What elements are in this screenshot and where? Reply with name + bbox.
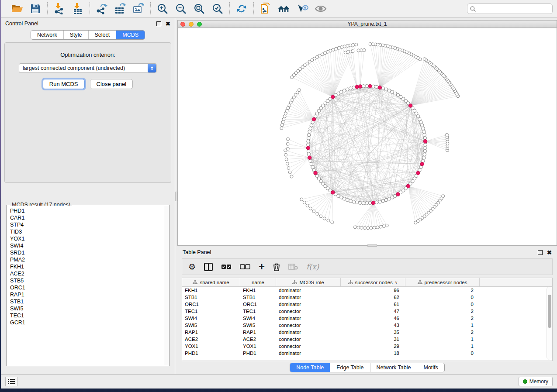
network-node[interactable]	[346, 88, 349, 91]
tab-select[interactable]: Select	[89, 31, 117, 39]
column-header-predecessor-nodes[interactable]: predecessor nodes	[405, 278, 480, 286]
zoom-in-icon[interactable]	[156, 3, 169, 15]
network-leaf-node[interactable]	[369, 42, 372, 45]
network-leaf-node[interactable]	[355, 43, 358, 46]
network-node[interactable]	[423, 137, 427, 140]
mcds-result-item[interactable]: FKH1	[10, 263, 164, 270]
float-panel-icon[interactable]	[538, 250, 543, 255]
network-leaf-node[interactable]	[353, 226, 356, 229]
network-hub-node[interactable]	[371, 201, 375, 205]
network-leaf-node[interactable]	[337, 46, 340, 49]
zoom-fit-icon[interactable]	[193, 3, 205, 15]
network-leaf-node[interactable]	[360, 226, 363, 229]
network-node[interactable]	[387, 89, 391, 93]
network-leaf-node[interactable]	[286, 142, 289, 145]
network-node[interactable]	[418, 117, 422, 121]
table-row[interactable]: PHD1PHD1dominator180	[182, 350, 547, 357]
network-node[interactable]	[307, 133, 311, 137]
network-leaf-node[interactable]	[423, 58, 426, 61]
delete-table-icon[interactable]	[288, 264, 298, 270]
network-leaf-node[interactable]	[312, 210, 315, 213]
mcds-result-item[interactable]: GCR1	[10, 319, 164, 326]
network-leaf-node[interactable]	[286, 162, 289, 165]
mcds-result-item[interactable]: STB5	[10, 277, 164, 284]
network-leaf-node[interactable]	[360, 49, 363, 52]
network-node[interactable]	[311, 165, 315, 169]
network-hub-node[interactable]	[308, 156, 311, 160]
network-leaf-node[interactable]	[363, 48, 366, 52]
network-leaf-node[interactable]	[349, 44, 352, 47]
network-node[interactable]	[307, 143, 310, 147]
network-hub-node[interactable]	[378, 86, 382, 89]
network-leaf-node[interactable]	[331, 221, 334, 224]
network-leaf-node[interactable]	[290, 175, 293, 178]
table-settings-gear-icon[interactable]: ⚙	[188, 263, 196, 271]
show-hide-panel-eye-icon[interactable]	[315, 3, 327, 15]
network-leaf-node[interactable]	[446, 133, 449, 136]
network-leaf-node[interactable]	[285, 109, 288, 112]
table-row[interactable]: ACE2ACE2connector311	[182, 336, 547, 343]
show-columns-icon[interactable]	[204, 263, 213, 271]
network-leaf-node[interactable]	[323, 217, 326, 220]
network-node[interactable]	[375, 85, 378, 89]
export-image-icon[interactable]	[132, 3, 145, 15]
network-node[interactable]	[362, 85, 365, 88]
network-leaf-node[interactable]	[367, 227, 370, 230]
mcds-result-item[interactable]: ORC1	[10, 284, 164, 291]
network-hub-node[interactable]	[406, 184, 410, 188]
network-leaf-node[interactable]	[319, 215, 322, 218]
network-node[interactable]	[365, 202, 369, 205]
show-hide-style-icon[interactable]	[296, 3, 308, 15]
mcds-result-item[interactable]: YOX1	[10, 235, 164, 242]
import-network-icon[interactable]	[53, 3, 66, 15]
network-leaf-node[interactable]	[280, 127, 283, 130]
network-leaf-node[interactable]	[283, 115, 286, 118]
network-leaf-node[interactable]	[287, 138, 290, 141]
table-row[interactable]: STB1STB1dominator620	[182, 294, 547, 301]
network-leaf-node[interactable]	[291, 76, 294, 79]
network-node[interactable]	[423, 150, 427, 153]
network-leaf-node[interactable]	[376, 226, 379, 229]
network-hub-node[interactable]	[408, 104, 412, 108]
network-node[interactable]	[365, 84, 369, 88]
network-hub-node[interactable]	[331, 95, 335, 99]
tab-edge-table[interactable]: Edge Table	[330, 363, 370, 372]
network-node[interactable]	[378, 200, 382, 203]
select-all-icon[interactable]	[221, 264, 232, 269]
mcds-result-item[interactable]: PHD1	[10, 207, 164, 214]
network-leaf-node[interactable]	[357, 49, 360, 52]
mcds-result-item[interactable]: SWI4	[10, 242, 164, 249]
delete-column-icon[interactable]	[273, 263, 280, 271]
table-row[interactable]: ORC1ORC1dominator610	[182, 301, 547, 308]
network-leaf-node[interactable]	[363, 227, 366, 230]
network-leaf-node[interactable]	[280, 124, 284, 127]
network-hub-node[interactable]	[314, 171, 318, 175]
function-builder-icon[interactable]: f(x)	[306, 262, 319, 271]
network-node[interactable]	[422, 130, 426, 134]
mcds-result-item[interactable]: ACE2	[10, 270, 164, 277]
table-row[interactable]: SWI5SWI5connector431	[182, 322, 547, 329]
network-hub-node[interactable]	[358, 85, 362, 89]
network-node[interactable]	[309, 127, 312, 130]
network-node[interactable]	[384, 88, 388, 91]
mcds-result-item[interactable]: STP4	[10, 221, 164, 228]
network-hub-node[interactable]	[368, 84, 372, 88]
import-table-icon[interactable]	[72, 3, 84, 15]
tab-mcds[interactable]: MCDS	[116, 31, 145, 39]
deselect-all-icon[interactable]	[240, 264, 250, 269]
network-leaf-node[interactable]	[385, 224, 388, 227]
export-network-icon[interactable]	[96, 3, 108, 15]
minimize-window-icon[interactable]	[189, 22, 194, 27]
network-node[interactable]	[391, 196, 394, 199]
network-leaf-node[interactable]	[306, 204, 309, 207]
network-leaf-node[interactable]	[382, 225, 385, 228]
mcds-result-item[interactable]: TEC1	[10, 312, 164, 319]
splitter-handle[interactable]	[367, 244, 377, 247]
save-session-icon[interactable]	[29, 3, 42, 15]
network-node[interactable]	[359, 201, 362, 205]
table-row[interactable]: TEC1TEC1connector472	[182, 308, 547, 315]
export-table-icon[interactable]	[114, 3, 126, 15]
network-canvas[interactable]	[178, 28, 557, 245]
network-node[interactable]	[343, 89, 346, 93]
network-hub-node[interactable]	[416, 171, 420, 175]
